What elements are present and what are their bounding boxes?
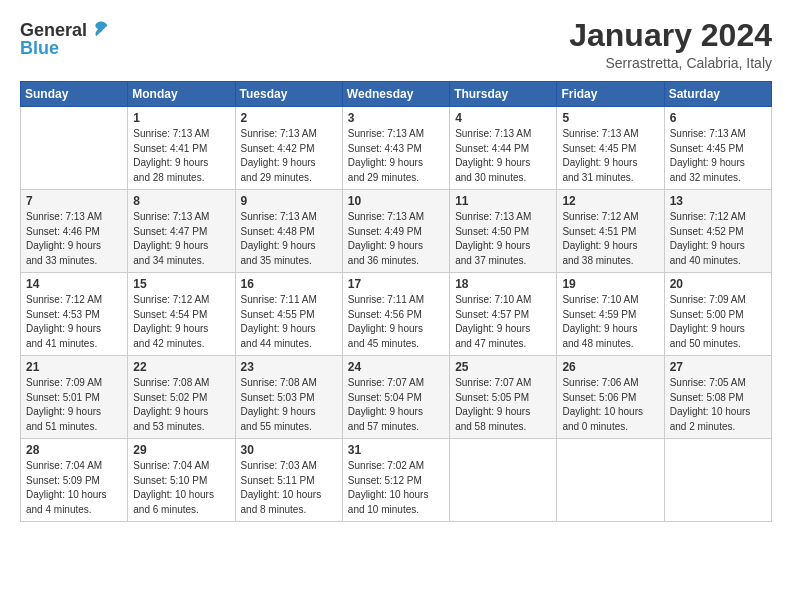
day-cell: 15Sunrise: 7:12 AM Sunset: 4:54 PM Dayli…	[128, 273, 235, 356]
day-number: 29	[133, 443, 229, 457]
day-info: Sunrise: 7:13 AM Sunset: 4:47 PM Dayligh…	[133, 210, 229, 268]
day-number: 17	[348, 277, 444, 291]
day-info: Sunrise: 7:04 AM Sunset: 5:09 PM Dayligh…	[26, 459, 122, 517]
day-info: Sunrise: 7:13 AM Sunset: 4:43 PM Dayligh…	[348, 127, 444, 185]
day-cell: 11Sunrise: 7:13 AM Sunset: 4:50 PM Dayli…	[450, 190, 557, 273]
header-tuesday: Tuesday	[235, 82, 342, 107]
day-number: 6	[670, 111, 766, 125]
day-cell	[450, 439, 557, 522]
day-number: 3	[348, 111, 444, 125]
week-row-3: 21Sunrise: 7:09 AM Sunset: 5:01 PM Dayli…	[21, 356, 772, 439]
day-info: Sunrise: 7:13 AM Sunset: 4:45 PM Dayligh…	[562, 127, 658, 185]
day-number: 19	[562, 277, 658, 291]
day-cell	[557, 439, 664, 522]
day-number: 1	[133, 111, 229, 125]
day-info: Sunrise: 7:13 AM Sunset: 4:41 PM Dayligh…	[133, 127, 229, 185]
week-row-0: 1Sunrise: 7:13 AM Sunset: 4:41 PM Daylig…	[21, 107, 772, 190]
day-cell: 17Sunrise: 7:11 AM Sunset: 4:56 PM Dayli…	[342, 273, 449, 356]
day-cell: 21Sunrise: 7:09 AM Sunset: 5:01 PM Dayli…	[21, 356, 128, 439]
day-cell: 25Sunrise: 7:07 AM Sunset: 5:05 PM Dayli…	[450, 356, 557, 439]
day-info: Sunrise: 7:12 AM Sunset: 4:53 PM Dayligh…	[26, 293, 122, 351]
day-number: 18	[455, 277, 551, 291]
day-info: Sunrise: 7:12 AM Sunset: 4:52 PM Dayligh…	[670, 210, 766, 268]
day-cell: 6Sunrise: 7:13 AM Sunset: 4:45 PM Daylig…	[664, 107, 771, 190]
week-row-1: 7Sunrise: 7:13 AM Sunset: 4:46 PM Daylig…	[21, 190, 772, 273]
day-cell: 29Sunrise: 7:04 AM Sunset: 5:10 PM Dayli…	[128, 439, 235, 522]
day-info: Sunrise: 7:12 AM Sunset: 4:54 PM Dayligh…	[133, 293, 229, 351]
month-title: January 2024	[569, 18, 772, 53]
day-cell: 13Sunrise: 7:12 AM Sunset: 4:52 PM Dayli…	[664, 190, 771, 273]
day-number: 2	[241, 111, 337, 125]
day-cell: 19Sunrise: 7:10 AM Sunset: 4:59 PM Dayli…	[557, 273, 664, 356]
day-number: 23	[241, 360, 337, 374]
day-info: Sunrise: 7:03 AM Sunset: 5:11 PM Dayligh…	[241, 459, 337, 517]
day-number: 11	[455, 194, 551, 208]
day-cell: 4Sunrise: 7:13 AM Sunset: 4:44 PM Daylig…	[450, 107, 557, 190]
day-number: 7	[26, 194, 122, 208]
day-cell: 14Sunrise: 7:12 AM Sunset: 4:53 PM Dayli…	[21, 273, 128, 356]
day-info: Sunrise: 7:13 AM Sunset: 4:49 PM Dayligh…	[348, 210, 444, 268]
day-cell: 7Sunrise: 7:13 AM Sunset: 4:46 PM Daylig…	[21, 190, 128, 273]
day-number: 24	[348, 360, 444, 374]
day-cell	[21, 107, 128, 190]
day-info: Sunrise: 7:04 AM Sunset: 5:10 PM Dayligh…	[133, 459, 229, 517]
day-info: Sunrise: 7:13 AM Sunset: 4:48 PM Dayligh…	[241, 210, 337, 268]
day-cell: 20Sunrise: 7:09 AM Sunset: 5:00 PM Dayli…	[664, 273, 771, 356]
day-cell: 2Sunrise: 7:13 AM Sunset: 4:42 PM Daylig…	[235, 107, 342, 190]
day-number: 10	[348, 194, 444, 208]
day-info: Sunrise: 7:13 AM Sunset: 4:42 PM Dayligh…	[241, 127, 337, 185]
day-number: 8	[133, 194, 229, 208]
calendar-table: Sunday Monday Tuesday Wednesday Thursday…	[20, 81, 772, 522]
day-info: Sunrise: 7:05 AM Sunset: 5:08 PM Dayligh…	[670, 376, 766, 434]
day-info: Sunrise: 7:11 AM Sunset: 4:56 PM Dayligh…	[348, 293, 444, 351]
day-number: 21	[26, 360, 122, 374]
day-number: 14	[26, 277, 122, 291]
day-number: 22	[133, 360, 229, 374]
day-number: 16	[241, 277, 337, 291]
day-cell: 22Sunrise: 7:08 AM Sunset: 5:02 PM Dayli…	[128, 356, 235, 439]
day-cell: 1Sunrise: 7:13 AM Sunset: 4:41 PM Daylig…	[128, 107, 235, 190]
day-cell: 10Sunrise: 7:13 AM Sunset: 4:49 PM Dayli…	[342, 190, 449, 273]
day-info: Sunrise: 7:11 AM Sunset: 4:55 PM Dayligh…	[241, 293, 337, 351]
page: General Blue January 2024 Serrastretta, …	[0, 0, 792, 612]
day-info: Sunrise: 7:13 AM Sunset: 4:44 PM Dayligh…	[455, 127, 551, 185]
day-cell: 8Sunrise: 7:13 AM Sunset: 4:47 PM Daylig…	[128, 190, 235, 273]
day-info: Sunrise: 7:07 AM Sunset: 5:05 PM Dayligh…	[455, 376, 551, 434]
day-cell: 31Sunrise: 7:02 AM Sunset: 5:12 PM Dayli…	[342, 439, 449, 522]
day-cell: 30Sunrise: 7:03 AM Sunset: 5:11 PM Dayli…	[235, 439, 342, 522]
logo-blue: Blue	[20, 38, 59, 59]
day-info: Sunrise: 7:09 AM Sunset: 5:01 PM Dayligh…	[26, 376, 122, 434]
header-thursday: Thursday	[450, 82, 557, 107]
day-number: 26	[562, 360, 658, 374]
header-wednesday: Wednesday	[342, 82, 449, 107]
day-cell: 9Sunrise: 7:13 AM Sunset: 4:48 PM Daylig…	[235, 190, 342, 273]
day-number: 12	[562, 194, 658, 208]
day-number: 9	[241, 194, 337, 208]
day-number: 28	[26, 443, 122, 457]
day-cell: 27Sunrise: 7:05 AM Sunset: 5:08 PM Dayli…	[664, 356, 771, 439]
day-info: Sunrise: 7:08 AM Sunset: 5:02 PM Dayligh…	[133, 376, 229, 434]
day-number: 31	[348, 443, 444, 457]
day-info: Sunrise: 7:10 AM Sunset: 4:59 PM Dayligh…	[562, 293, 658, 351]
logo: General Blue	[20, 18, 111, 59]
day-info: Sunrise: 7:10 AM Sunset: 4:57 PM Dayligh…	[455, 293, 551, 351]
day-cell: 26Sunrise: 7:06 AM Sunset: 5:06 PM Dayli…	[557, 356, 664, 439]
day-number: 5	[562, 111, 658, 125]
day-number: 30	[241, 443, 337, 457]
logo-bird-icon	[89, 18, 111, 40]
day-info: Sunrise: 7:06 AM Sunset: 5:06 PM Dayligh…	[562, 376, 658, 434]
day-cell: 5Sunrise: 7:13 AM Sunset: 4:45 PM Daylig…	[557, 107, 664, 190]
header-sunday: Sunday	[21, 82, 128, 107]
day-cell: 12Sunrise: 7:12 AM Sunset: 4:51 PM Dayli…	[557, 190, 664, 273]
day-cell	[664, 439, 771, 522]
day-cell: 23Sunrise: 7:08 AM Sunset: 5:03 PM Dayli…	[235, 356, 342, 439]
header: General Blue January 2024 Serrastretta, …	[20, 18, 772, 71]
week-row-2: 14Sunrise: 7:12 AM Sunset: 4:53 PM Dayli…	[21, 273, 772, 356]
title-block: January 2024 Serrastretta, Calabria, Ita…	[569, 18, 772, 71]
day-info: Sunrise: 7:09 AM Sunset: 5:00 PM Dayligh…	[670, 293, 766, 351]
header-monday: Monday	[128, 82, 235, 107]
day-number: 4	[455, 111, 551, 125]
day-cell: 3Sunrise: 7:13 AM Sunset: 4:43 PM Daylig…	[342, 107, 449, 190]
day-info: Sunrise: 7:08 AM Sunset: 5:03 PM Dayligh…	[241, 376, 337, 434]
days-header-row: Sunday Monday Tuesday Wednesday Thursday…	[21, 82, 772, 107]
